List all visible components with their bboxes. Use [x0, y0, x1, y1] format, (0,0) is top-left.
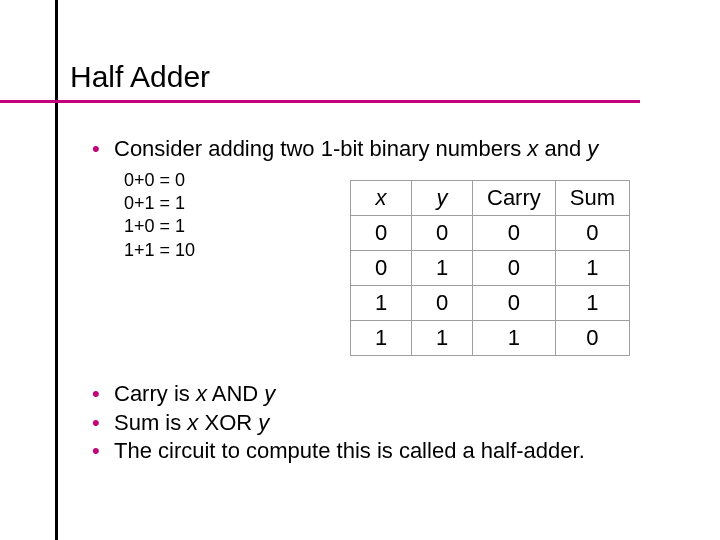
- cell: 0: [555, 321, 629, 356]
- bullet-carry: Carry is x AND y: [92, 380, 652, 409]
- text: Consider adding two 1-bit binary numbers: [114, 136, 527, 161]
- th-sum: Sum: [555, 181, 629, 216]
- th-y: y: [412, 181, 473, 216]
- text: AND: [207, 381, 264, 406]
- text: and: [538, 136, 587, 161]
- cell: 1: [555, 286, 629, 321]
- slide-title: Half Adder: [70, 60, 640, 94]
- var-x: x: [187, 410, 198, 435]
- cell: 0: [473, 286, 556, 321]
- cell: 1: [412, 251, 473, 286]
- var-y: y: [264, 381, 275, 406]
- cell: 1: [473, 321, 556, 356]
- var-x: x: [527, 136, 538, 161]
- bullet-sum: Sum is x XOR y: [92, 409, 652, 438]
- cell: 0: [473, 251, 556, 286]
- bullet-list-bottom: Carry is x AND y Sum is x XOR y The circ…: [92, 380, 652, 466]
- th-carry: Carry: [473, 181, 556, 216]
- horizontal-rule: [0, 100, 640, 103]
- var-y: y: [587, 136, 598, 161]
- cell: 0: [351, 251, 412, 286]
- th-x: x: [351, 181, 412, 216]
- var-y: y: [258, 410, 269, 435]
- text: XOR: [198, 410, 258, 435]
- slide: Half Adder Consider adding two 1-bit bin…: [0, 0, 720, 540]
- cell: 0: [555, 216, 629, 251]
- text: Sum is: [114, 410, 187, 435]
- table-row: 1 0 0 1: [351, 286, 630, 321]
- cell: 0: [412, 216, 473, 251]
- title-block: Half Adder: [70, 60, 640, 103]
- cell: 1: [351, 286, 412, 321]
- table-row: 0 0 0 0: [351, 216, 630, 251]
- table-header-row: x y Carry Sum: [351, 181, 630, 216]
- table-row: 0 1 0 1: [351, 251, 630, 286]
- truth-table: x y Carry Sum 0 0 0 0 0 1 0 1 1 0 0 1 1 …: [350, 180, 630, 356]
- cell: 0: [351, 216, 412, 251]
- cell: 1: [555, 251, 629, 286]
- text: Carry is: [114, 381, 196, 406]
- cell: 1: [351, 321, 412, 356]
- bullet-circuit: The circuit to compute this is called a …: [92, 437, 652, 466]
- table-row: 1 1 1 0: [351, 321, 630, 356]
- cell: 0: [412, 286, 473, 321]
- var-x: x: [196, 381, 207, 406]
- cell: 1: [412, 321, 473, 356]
- cell: 0: [473, 216, 556, 251]
- vertical-rule: [55, 0, 58, 540]
